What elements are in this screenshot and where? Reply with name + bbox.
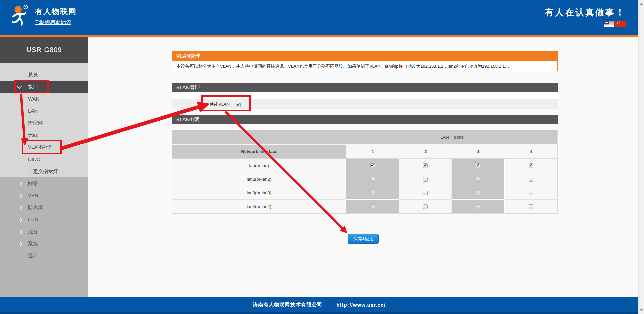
port-checkbox[interactable] (476, 163, 480, 168)
sidebar-item-vpn[interactable]: VPN (0, 189, 88, 201)
port-cell (505, 172, 557, 186)
column-header-network-interface: Network Interface (172, 145, 346, 159)
port-checkbox[interactable] (476, 204, 480, 209)
table-row: lan4(br-lan4) (172, 200, 557, 213)
chevron-right-icon (18, 193, 22, 198)
interface-name-cell: lan2(br-lan2) (172, 172, 346, 186)
table-row: lan3(br-lan3) (172, 186, 557, 200)
sidebar-item-label: 自定义指示灯 (28, 168, 58, 174)
sidebar-item-lan[interactable]: LAN (0, 105, 88, 117)
sidebar-item-network[interactable]: 网络 (0, 177, 88, 189)
port-checkbox[interactable] (529, 177, 533, 182)
column-header-port-2: 2 (399, 145, 452, 159)
port-checkbox[interactable] (370, 204, 375, 209)
section-header-vlan-list: VLAN列表 (172, 115, 558, 124)
sidebar-item-label: 接口 (28, 84, 38, 89)
port-cell (399, 200, 452, 213)
usr-person-logo-icon: R (9, 5, 30, 27)
sidebar: USR-G809 总览接口WANLAN蜂窝网无线VLAN管理DIDO自定义指示灯… (0, 37, 88, 297)
sidebar-item-label: 服务 (28, 229, 38, 234)
chevron-down-icon (17, 84, 22, 89)
sidebar-item-label: WAN (28, 96, 39, 102)
port-checkbox[interactable] (423, 204, 428, 209)
column-header-port-1: 1 (346, 145, 399, 159)
scroll-down-icon[interactable] (640, 309, 643, 311)
sidebar-item-label: VPN (28, 192, 38, 198)
footer-url: http://www.usr.cn/ (336, 302, 386, 308)
sidebar-item-vlan[interactable]: VLAN管理 (0, 141, 88, 153)
top-header-bar: R 有人物联网 工业物联网通信专家 有人在认真做事！ (0, 0, 638, 35)
port-checkbox[interactable] (423, 177, 428, 182)
port-checkbox[interactable] (529, 191, 533, 195)
save-apply-button[interactable]: 保存&应用 (348, 234, 379, 244)
port-checkbox[interactable] (476, 191, 480, 195)
port-checkbox[interactable] (529, 163, 533, 168)
port-cell (399, 172, 452, 186)
sidebar-item-wan[interactable]: WAN (0, 93, 88, 105)
sidebar-item-wireless[interactable]: 无线 (0, 129, 88, 141)
device-name: USR-G809 (0, 37, 88, 63)
header-slogan: 有人在认真做事！ (545, 7, 626, 18)
enable-vlan-label: 使能VLAN (210, 99, 230, 109)
orange-accent-line (0, 35, 638, 37)
sidebar-item-label: LAN (28, 108, 38, 114)
enable-vlan-row: 使能VLAN (172, 99, 558, 109)
empty-group-cell (172, 130, 346, 145)
footer-bar: 济南有人物联网技术有限公司 http://www.usr.cn/ (0, 297, 638, 314)
footer-company: 济南有人物联网技术有限公司 (253, 302, 322, 308)
chevron-right-icon (18, 205, 22, 210)
vlan-table: LAN ports Network Interface 1 2 3 4 lan(… (172, 130, 558, 214)
sidebar-item-label: 退出 (28, 253, 38, 258)
port-checkbox[interactable] (370, 177, 375, 182)
section-header-vlan-manage: VLAN管理 (172, 83, 558, 92)
port-cell (399, 186, 452, 200)
sidebar-item-overview[interactable]: 总览 (0, 69, 88, 81)
logo-title: 有人物联网 (35, 6, 77, 17)
sidebar-item-label: 蜂窝网 (28, 120, 43, 126)
brand-logo: R 有人物联网 工业物联网通信专家 (9, 5, 77, 27)
table-column-header-row: Network Interface 1 2 3 4 (172, 145, 557, 159)
sidebar-item-label: VLAN管理 (28, 144, 51, 150)
sidebar-item-service[interactable]: 服务 (0, 226, 88, 238)
port-cell (452, 200, 504, 213)
sidebar-item-label: 网络 (28, 180, 38, 186)
vertical-scrollbar[interactable] (638, 0, 644, 314)
lan-ports-group-header: LAN ports (346, 130, 557, 145)
sidebar-item-system[interactable]: 系统 (0, 238, 88, 250)
china-flag-icon[interactable] (615, 21, 626, 27)
port-cell (346, 172, 399, 186)
logo-subtitle: 工业物联网通信专家 (35, 19, 77, 25)
sidebar-item-dtu[interactable]: DTU (0, 213, 88, 226)
page-description: 本设备可以划分为多个VLAN，并支持电脑间的直接通讯。VLAN也常用于分割不同网… (172, 61, 558, 71)
sidebar-item-custom-led[interactable]: 自定义指示灯 (0, 165, 88, 177)
port-cell (399, 159, 452, 172)
table-row: lan(br-lan) (172, 159, 557, 172)
sidebar-item-label: 总览 (28, 72, 38, 77)
page-title: VLAN管理 (172, 51, 558, 61)
sidebar-item-label: DTU (28, 216, 38, 222)
sidebar-item-interface[interactable]: 接口 (0, 81, 88, 93)
sidebar-item-firewall[interactable]: 防火墙 (0, 201, 88, 213)
port-cell (346, 200, 399, 213)
svg-text:R: R (25, 6, 27, 9)
sidebar-item-logout[interactable]: 退出 (0, 250, 88, 262)
scroll-up-icon[interactable] (640, 3, 643, 5)
table-group-header-row: LAN ports (172, 130, 557, 145)
port-checkbox[interactable] (370, 191, 375, 195)
column-header-port-3: 3 (452, 145, 504, 159)
port-cell (346, 186, 399, 200)
port-checkbox[interactable] (423, 191, 428, 195)
chevron-right-icon (18, 230, 22, 234)
port-checkbox[interactable] (476, 177, 480, 182)
sidebar-menu-collapsed-zone: 网络VPN防火墙DTU服务系统退出 (0, 177, 88, 262)
us-flag-icon[interactable] (604, 21, 614, 27)
port-checkbox[interactable] (529, 204, 533, 209)
port-checkbox[interactable] (423, 163, 428, 168)
port-cell (452, 186, 504, 200)
chevron-right-icon (18, 217, 22, 222)
enable-vlan-checkbox[interactable] (236, 103, 241, 107)
sidebar-item-label: 系统 (28, 241, 38, 246)
sidebar-item-cellular[interactable]: 蜂窝网 (0, 117, 88, 129)
sidebar-item-dido[interactable]: DIDO (0, 153, 88, 165)
port-checkbox[interactable] (370, 163, 375, 168)
